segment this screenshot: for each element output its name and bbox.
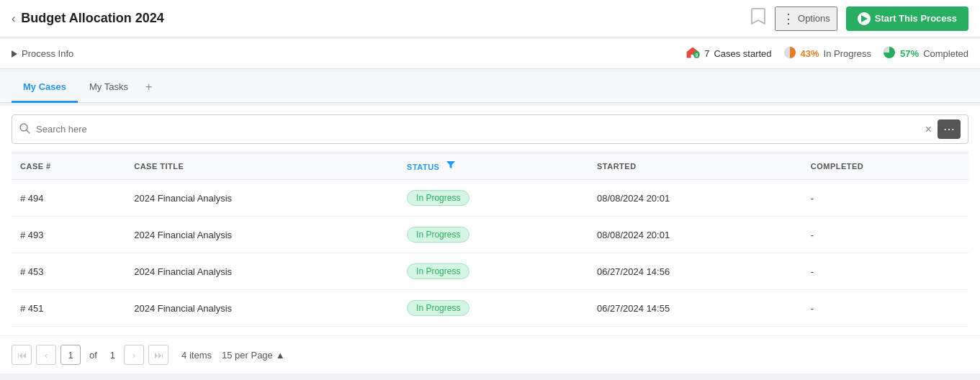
completed-stat: 57% Completed [883, 46, 968, 61]
page-first-button[interactable]: ⏮ [12, 345, 32, 365]
svg-text:9: 9 [696, 53, 698, 58]
cell-status: In Progress [398, 217, 588, 253]
in-progress-label: In Progress [824, 48, 871, 59]
table-row[interactable]: # 493 2024 Financial Analysis In Progres… [12, 217, 968, 253]
col-header-started: STARTED [588, 153, 802, 180]
cell-status: In Progress [398, 253, 588, 290]
col-header-completed: COMPLETED [802, 153, 968, 180]
process-info-label: Process Info [22, 48, 73, 59]
house-icon: 9 [685, 46, 700, 61]
status-badge: In Progress [407, 227, 469, 243]
tab-my-tasks[interactable]: My Tasks [78, 73, 140, 103]
table-row[interactable]: # 494 2024 Financial Analysis In Progres… [12, 180, 968, 217]
col-header-case-title: CASE TITLE [125, 153, 398, 180]
completed-pie-icon [883, 46, 896, 61]
table-row[interactable]: # 451 2024 Financial Analysis In Progres… [12, 290, 968, 327]
cell-started: 06/27/2024 14:56 [588, 253, 802, 290]
search-options-button[interactable]: ⋯ [938, 119, 961, 139]
process-info-bar: Process Info 9 7 Cases started 4 [0, 39, 980, 69]
options-label: Options [798, 13, 830, 24]
status-badge: In Progress [407, 300, 469, 316]
start-btn-label: Start This Process [875, 13, 957, 24]
search-input[interactable] [36, 124, 920, 135]
in-progress-pct: 43% [801, 48, 819, 59]
cell-case-num: # 451 [12, 290, 125, 327]
start-process-button[interactable]: Start This Process [846, 6, 968, 31]
table-header-row: CASE # CASE TITLE STATUS STARTED COMPLET… [12, 153, 968, 180]
cell-case-num: # 453 [12, 253, 125, 290]
header-right: ⋮ Options Start This Process [750, 6, 968, 31]
cell-status: In Progress [398, 290, 588, 327]
bookmark-icon[interactable] [750, 7, 766, 30]
tab-my-cases[interactable]: My Cases [12, 73, 78, 103]
triangle-icon [12, 50, 17, 58]
per-page-chevron-icon: ▲ [276, 350, 285, 361]
items-count: 4 items [181, 350, 212, 361]
cell-case-title: 2024 Financial Analysis [125, 290, 398, 327]
cell-completed: - [802, 253, 968, 290]
tabs-bar: My Cases My Tasks + [0, 72, 980, 103]
page-next-button[interactable]: › [124, 345, 144, 365]
tab-add-button[interactable]: + [140, 72, 158, 102]
cell-completed: - [802, 290, 968, 327]
pagination-bar: ⏮ ‹ 1 of 1 › ⏭ 4 items 15 per Page ▲ [0, 335, 980, 374]
page-prev-button[interactable]: ‹ [36, 345, 56, 365]
per-page-label: 15 per Page [222, 350, 273, 361]
page-total: 1 [110, 350, 115, 361]
col-header-case-num: CASE # [12, 153, 125, 180]
header: ‹ Budget Allocation 2024 ⋮ Options Start… [0, 0, 980, 37]
cell-started: 08/08/2024 20:01 [588, 217, 802, 253]
page-title: Budget Allocation 2024 [21, 11, 163, 26]
cell-case-title: 2024 Financial Analysis [125, 253, 398, 290]
search-bar: × ⋯ [12, 114, 968, 144]
status-badge: In Progress [407, 190, 469, 206]
cases-started-stat: 9 7 Cases started [685, 46, 771, 61]
in-progress-stat: 43% In Progress [783, 46, 872, 61]
page-current[interactable]: 1 [60, 345, 81, 365]
search-icon [19, 123, 30, 136]
cell-completed: - [802, 217, 968, 253]
back-button[interactable]: ‹ [12, 12, 15, 25]
in-progress-pie-icon [783, 46, 796, 61]
svg-line-5 [27, 130, 30, 133]
cell-started: 06/27/2024 14:55 [588, 290, 802, 327]
col-header-status: STATUS [398, 153, 588, 180]
cases-table: CASE # CASE TITLE STATUS STARTED COMPLET… [12, 153, 968, 327]
content-area: × ⋯ CASE # CASE TITLE STATUS STARTED CO [0, 106, 980, 335]
cell-case-title: 2024 Financial Analysis [125, 217, 398, 253]
completed-label: Completed [923, 48, 968, 59]
status-badge: In Progress [407, 263, 469, 279]
process-info-stats: 9 7 Cases started 43% In Progress [685, 46, 968, 61]
cell-case-title: 2024 Financial Analysis [125, 180, 398, 217]
cell-completed: - [802, 180, 968, 217]
cases-started-label: Cases started [714, 48, 771, 59]
cell-case-num: # 493 [12, 217, 125, 253]
options-button[interactable]: ⋮ Options [775, 6, 837, 31]
page-of-label: of [89, 350, 97, 361]
completed-pct: 57% [900, 48, 919, 59]
process-info-toggle[interactable]: Process Info [12, 48, 73, 59]
status-filter-icon[interactable] [446, 160, 455, 172]
cell-case-num: # 494 [12, 180, 125, 217]
header-left: ‹ Budget Allocation 2024 [12, 11, 164, 26]
per-page-select[interactable]: 15 per Page ▲ [222, 350, 285, 361]
page-last-button[interactable]: ⏭ [148, 345, 168, 365]
play-icon [858, 12, 871, 25]
cases-started-count: 7 [704, 48, 709, 59]
options-dots-icon: ⋮ [782, 11, 795, 27]
cell-status: In Progress [398, 180, 588, 217]
cell-started: 08/08/2024 20:01 [588, 180, 802, 217]
search-options-icon: ⋯ [943, 122, 955, 136]
search-clear-button[interactable]: × [925, 123, 932, 136]
table-row[interactable]: # 453 2024 Financial Analysis In Progres… [12, 253, 968, 290]
